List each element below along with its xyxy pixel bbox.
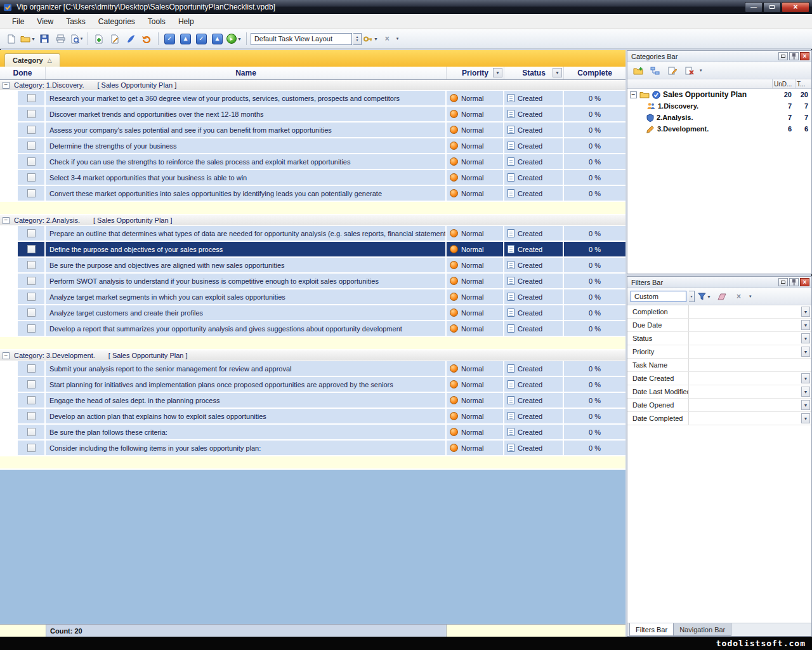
maximize-button[interactable] [763, 2, 781, 13]
collapse-icon[interactable]: − [3, 352, 10, 359]
name-cell[interactable]: Develop an action plan that explains how… [46, 409, 447, 425]
name-cell[interactable]: Be sure the plan follows these criteria: [46, 425, 447, 441]
status-filter-dropdown[interactable]: ▼ [553, 68, 562, 77]
name-cell[interactable]: Check if you can use the strengths to re… [46, 154, 447, 170]
group-header[interactable]: − Category: 1.Discovery. [ Sales Opportu… [0, 80, 625, 91]
filter-row[interactable]: Date Created ▼ [627, 372, 811, 385]
menu-view[interactable]: View [31, 15, 59, 28]
filter-row[interactable]: Status ▼ [627, 332, 811, 345]
panel-maximize-button[interactable] [778, 278, 788, 286]
filter-field-value[interactable]: ▼ [689, 399, 811, 411]
status-cell[interactable]: Created [504, 274, 564, 289]
task-checkbox[interactable] [27, 428, 36, 436]
name-cell[interactable]: Determine the strengths of your business [46, 138, 447, 154]
filter-field-value[interactable]: ▼ [689, 372, 811, 385]
category-tree-item[interactable]: 2.Analysis. 7 7 [627, 112, 811, 123]
priority-cell[interactable]: Normal [447, 305, 504, 321]
status-cell[interactable]: Created [504, 305, 564, 321]
filter-field-value[interactable] [689, 359, 811, 371]
name-cell[interactable]: Research your market to get a 360 degree… [46, 91, 447, 107]
task-checkbox[interactable] [27, 94, 36, 102]
close-button[interactable]: × [782, 2, 809, 13]
priority-cell[interactable]: Normal [447, 154, 504, 170]
priority-cell[interactable]: Normal [447, 123, 504, 138]
column-header-priority[interactable]: Priority▼ [447, 67, 504, 79]
task-checkbox[interactable] [27, 126, 36, 134]
filter-row[interactable]: Task Name [627, 359, 811, 372]
collapse-icon[interactable]: − [3, 82, 10, 89]
add-note-button[interactable] [124, 32, 138, 46]
panel-pin-button[interactable] [789, 278, 799, 286]
task-row[interactable]: Assess your company's sales potential an… [0, 123, 625, 138]
task-row[interactable]: Check if you can use the strengths to re… [0, 154, 625, 170]
task-row[interactable]: Develop an action plan that explains how… [0, 409, 625, 425]
remove-filter-button[interactable]: × [731, 289, 746, 304]
filter-dropdown[interactable]: ▼ [801, 387, 810, 397]
category-tree-item[interactable]: 3.Development. 6 6 [627, 123, 811, 135]
column-header-undone[interactable]: UnD... [772, 79, 795, 88]
status-cell[interactable]: Created [504, 409, 564, 425]
task-row[interactable]: Engage the head of sales dept. in the pl… [0, 393, 625, 409]
column-header-name[interactable]: Name [46, 67, 447, 79]
panel-close-button[interactable]: × [800, 278, 809, 286]
status-cell[interactable]: Created [504, 154, 564, 170]
task-row[interactable]: Start planning for initiatives and imple… [0, 377, 625, 393]
status-cell[interactable]: Created [504, 377, 564, 393]
priority-cell[interactable]: Normal [447, 170, 504, 186]
task-row[interactable]: Research your market to get a 360 degree… [0, 91, 625, 107]
task-row[interactable]: Prepare an outline that determines what … [0, 226, 625, 242]
priority-cell[interactable]: Normal [447, 186, 504, 202]
name-cell[interactable]: Engage the head of sales dept. in the pl… [46, 393, 447, 409]
print-button[interactable] [53, 32, 68, 46]
status-cell[interactable]: Created [504, 107, 564, 123]
filter-field-value[interactable]: ▼ [689, 305, 811, 318]
name-cell[interactable]: Consider including the following items i… [46, 441, 447, 456]
priority-cell[interactable]: Normal [447, 393, 504, 409]
filter-row[interactable]: Date Last Modified ▼ [627, 385, 811, 399]
delete-layout-button[interactable]: × [380, 32, 395, 46]
delete-category-button[interactable] [682, 63, 697, 78]
group-header[interactable]: − Category: 3.Development. [ Sales Oppor… [0, 350, 625, 361]
task-row[interactable]: Be sure the purpose and objectives are a… [0, 258, 625, 274]
filter-dropdown[interactable]: ▼ [801, 307, 810, 317]
name-cell[interactable]: Start planning for initiatives and imple… [46, 377, 447, 393]
collapse-icon[interactable]: − [630, 91, 637, 98]
task-row[interactable]: Select 3-4 market opportunities that you… [0, 170, 625, 186]
menu-file[interactable]: File [6, 15, 30, 28]
print-preview-button[interactable]: ▾ [69, 32, 84, 46]
save-button[interactable] [37, 32, 52, 46]
name-cell[interactable]: Discover market trends and opportunities… [46, 107, 447, 123]
task-checkbox[interactable] [27, 189, 36, 197]
layout-options-button[interactable]: ▼ [363, 32, 379, 46]
minimize-button[interactable]: — [745, 2, 763, 13]
filter-field-value[interactable]: ▼ [689, 385, 811, 398]
add-subcategory-button[interactable] [648, 63, 662, 78]
filter-row[interactable]: Date Opened ▼ [627, 399, 811, 412]
group-header[interactable]: − Category: 2.Analysis. [ Sales Opportun… [0, 215, 625, 226]
filter-row[interactable]: Priority ▼ [627, 345, 811, 359]
priority-filter-dropdown[interactable]: ▼ [493, 68, 502, 77]
name-cell[interactable]: Submit your analysis report to the senio… [46, 361, 447, 377]
menu-tasks[interactable]: Tasks [60, 15, 91, 28]
task-checkbox[interactable] [27, 173, 36, 182]
priority-up-button[interactable]: ▲ [178, 32, 193, 46]
column-header-done[interactable]: Done [0, 67, 46, 79]
edit-task-button[interactable] [108, 32, 122, 46]
name-cell[interactable]: Analyze target market segments in which … [46, 289, 447, 305]
task-checkbox[interactable] [27, 277, 36, 285]
task-checkbox[interactable] [27, 229, 36, 237]
task-row[interactable]: Consider including the following items i… [0, 441, 625, 456]
column-header-complete[interactable]: Complete [564, 67, 625, 79]
layout-combo-spinner[interactable]: ▲▼ [353, 33, 362, 45]
priority-cell[interactable]: Normal [447, 138, 504, 154]
filter-dropdown[interactable]: ▼ [801, 347, 810, 357]
task-checkbox[interactable] [27, 380, 36, 388]
status-cell[interactable]: Created [504, 321, 564, 337]
task-row[interactable]: Convert these market opportunities into … [0, 186, 625, 202]
filter-dropdown[interactable]: ▼ [801, 413, 810, 423]
status-cell[interactable]: Created [504, 425, 564, 441]
name-cell[interactable]: Develop a report that summarizes your op… [46, 321, 447, 337]
priority-top-button[interactable]: ▲ [210, 32, 225, 46]
menu-categories[interactable]: Categories [93, 15, 141, 28]
filter-dropdown[interactable]: ▼ [801, 373, 810, 383]
